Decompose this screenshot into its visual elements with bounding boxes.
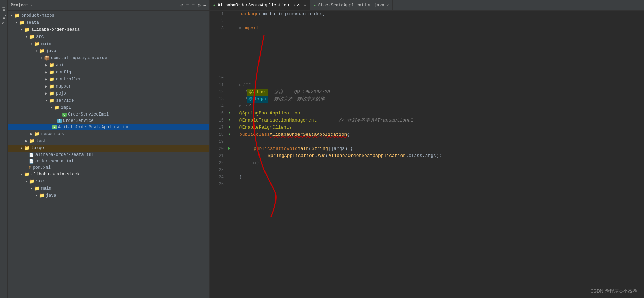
tree-item-label: AlibabaOrderSeataApplication xyxy=(58,125,130,130)
kw-static-20: static xyxy=(270,145,287,152)
code-content[interactable]: package com.tulingxueyuan.order; ⊞ impor… xyxy=(236,11,644,298)
kw-public-18: public xyxy=(239,131,256,138)
annotation-springboot: @SpringBootApplication xyxy=(239,110,300,117)
folder-icon: 📁 xyxy=(29,179,35,184)
slogan-text: 致敬大师，致敬未来的你 xyxy=(268,96,325,103)
list-item[interactable]: ▶ 📁 pojo xyxy=(8,90,209,97)
folder-icon: 📁 xyxy=(49,77,55,82)
code-line-1: package com.tulingxueyuan.order; xyxy=(239,11,640,18)
list-item[interactable]: 📄 alibaba-order-seata.iml xyxy=(8,152,209,158)
tree-item-label: controller xyxy=(56,77,81,82)
spaces xyxy=(317,117,338,124)
list-item[interactable]: ▾ 📁 impl xyxy=(8,104,209,111)
list-item[interactable]: ▶ 📁 test xyxy=(8,137,209,145)
tree-arrow: ▶ xyxy=(44,70,49,74)
list-item[interactable]: ▶ 📁 controller xyxy=(8,76,209,83)
list-item[interactable]: ▾ 📁 alibaba-seata-stock xyxy=(8,171,209,178)
tab-stock[interactable]: ✦ StockSeataApplication.java ✕ xyxy=(310,0,393,10)
spring-run-icon-16[interactable]: ✦ xyxy=(228,117,231,123)
dropdown-icon[interactable]: ▾ xyxy=(30,3,33,7)
classref-21: .class,args); xyxy=(406,152,441,159)
folder-icon: 📁 xyxy=(49,91,55,96)
list-item[interactable]: ▾ 📁 main xyxy=(8,185,209,192)
list-item[interactable]: ▾ 📁 java xyxy=(8,192,209,199)
springapp-21: SpringApplication xyxy=(268,152,315,159)
fold-icon-11[interactable]: ⊟ xyxy=(239,81,242,89)
list-item[interactable]: ▶ 📁 mapper xyxy=(8,83,209,90)
list-item[interactable]: ▾ 📦 com.tulingxueyuan.order xyxy=(8,55,209,62)
tab-alibaba-order[interactable]: ✦ AlibabaOrderSeataApplication.java ✕ xyxy=(210,0,310,10)
side-strip-label[interactable]: Project xyxy=(2,6,6,24)
list-item[interactable]: ▾ 📁 seata xyxy=(8,19,209,26)
folder-icon: 📁 xyxy=(24,172,30,177)
tree-arrow: ▾ xyxy=(9,13,14,18)
spring-class-icon: ✦ xyxy=(52,125,57,129)
tab-close-button2[interactable]: ✕ xyxy=(387,3,389,7)
list-item[interactable]: I OrderService xyxy=(8,118,209,124)
java-interface-icon: I xyxy=(57,119,62,123)
panel-header-left: Project ▾ xyxy=(11,3,33,8)
list-item[interactable]: ▾ 📁 src xyxy=(8,178,209,185)
code-line-20: public static void main ( String [] args… xyxy=(239,145,640,152)
spring-run-icon-15[interactable]: ✦ xyxy=(228,110,231,116)
tree-item-label: src xyxy=(36,179,44,184)
list-item[interactable]: ▶ 📁 config xyxy=(8,69,209,76)
method-run-21: run xyxy=(317,152,325,159)
folder-icon: 📁 xyxy=(24,27,30,33)
args-20: args xyxy=(334,145,344,152)
class-name-18: AlibabaOrderSeataApplication xyxy=(270,131,347,138)
run-icon-20[interactable]: ▶ xyxy=(228,145,231,151)
expand-icon[interactable]: ≡ xyxy=(192,2,195,8)
tab-spring-icon: ✦ xyxy=(213,3,216,7)
list-item[interactable]: ▶ 📁 resources xyxy=(8,130,209,137)
tree-arrow: ▶ xyxy=(44,77,49,81)
code-line-22: ⊟ } xyxy=(239,159,640,167)
tree-arrow: ▶ xyxy=(19,146,24,150)
code-line-23 xyxy=(239,167,640,174)
spring-run-icon-18[interactable]: ✦ xyxy=(228,131,231,137)
tree-arrow: ▾ xyxy=(34,193,39,198)
tree-item-label: main xyxy=(41,186,51,191)
annotation-transaction: @EnableTransactionManagement xyxy=(239,117,317,124)
code-line-4 xyxy=(239,32,640,39)
list-item[interactable]: ▾ 📁 product-nacos xyxy=(8,12,209,19)
list-item[interactable]: ▾ 📁 alibaba-order-seata xyxy=(8,26,209,33)
panel-header-icons: ⊕ ≡ ≡ ⚙ — xyxy=(180,2,206,8)
list-item[interactable]: ▾ 📁 src xyxy=(8,33,209,40)
code-line-25 xyxy=(239,181,640,188)
locate-icon[interactable]: ⊕ xyxy=(180,2,183,8)
tree-arrow: ▾ xyxy=(49,106,54,110)
list-item[interactable]: 📄 order-seata.iml xyxy=(8,158,209,164)
fold-icon-22[interactable]: ⊟ xyxy=(253,159,256,167)
kw-public-20: public xyxy=(253,145,270,152)
tree-item-label: pom.xml xyxy=(33,165,51,170)
keyword-import: import xyxy=(243,25,259,32)
tree-item-label: order-seata.iml xyxy=(35,159,74,164)
code-line-5 xyxy=(239,39,640,46)
slogan-tag: @Slogan xyxy=(247,96,268,103)
code-line-13: * @Slogan 致敬大师，致敬未来的你 xyxy=(239,96,640,103)
settings-icon[interactable]: ⚙ xyxy=(198,2,200,8)
tree-item-label: alibaba-order-seata xyxy=(31,27,80,32)
tree-item-label: src xyxy=(36,34,44,39)
list-item[interactable]: ▶ 📁 target xyxy=(8,145,209,152)
tree-arrow: ▶ xyxy=(44,63,49,67)
tab-close-button[interactable]: ✕ xyxy=(304,3,306,7)
tree-arrow: ▶ xyxy=(44,91,49,96)
minimize-icon[interactable]: — xyxy=(204,2,206,8)
list-item[interactable]: ▾ 📁 java xyxy=(8,47,209,55)
collapse-icon[interactable]: ≡ xyxy=(186,2,189,8)
list-item[interactable]: ▾ 📁 main xyxy=(8,40,209,47)
spring-run-icon-17[interactable]: ✦ xyxy=(228,124,231,130)
list-item[interactable]: ▾ 📁 service xyxy=(8,97,209,104)
author-name: 徐庶 QQ:1092002729 xyxy=(268,89,330,96)
list-item[interactable]: C OrderServiceImpl xyxy=(8,111,209,118)
folder-icon: 📁 xyxy=(29,34,35,40)
code-line-19 xyxy=(239,138,640,145)
list-item[interactable]: ▶ 📁 api xyxy=(8,62,209,69)
fold-icon-14[interactable]: ⊟ xyxy=(239,103,242,110)
list-item-selected[interactable]: ✦ AlibabaOrderSeataApplication xyxy=(8,124,209,130)
fold-icon[interactable]: ⊞ xyxy=(239,25,242,32)
list-item[interactable]: M pom.xml xyxy=(8,164,209,171)
code-line-17: @EnableFeignClients xyxy=(239,124,640,131)
